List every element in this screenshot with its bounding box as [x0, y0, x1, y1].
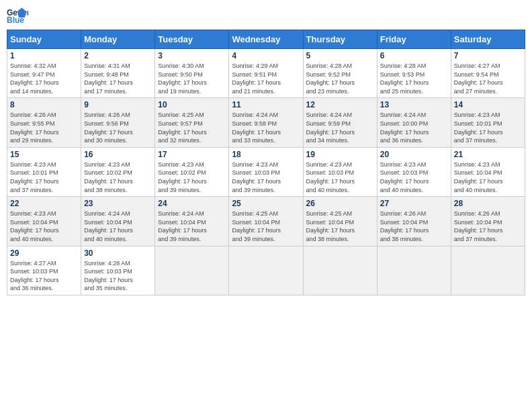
day-of-week-header: Monday — [81, 30, 155, 49]
calendar-day-cell: 15 Sunrise: 4:23 AM Sunset: 10:01 PM Day… — [7, 147, 81, 196]
day-info: Sunrise: 4:26 AM Sunset: 10:04 PM Daylig… — [454, 210, 503, 242]
day-of-week-header: Friday — [377, 30, 451, 49]
logo: General Blue — [7, 7, 28, 26]
day-number: 14 — [454, 100, 522, 109]
day-number: 17 — [158, 150, 226, 159]
day-info: Sunrise: 4:24 AM Sunset: 10:04 PM Daylig… — [158, 210, 207, 242]
calendar-day-cell: 2 Sunrise: 4:31 AM Sunset: 9:48 PM Dayli… — [81, 49, 155, 98]
day-info: Sunrise: 4:28 AM Sunset: 9:53 PM Dayligh… — [380, 62, 429, 95]
calendar-day-cell: 28 Sunrise: 4:26 AM Sunset: 10:04 PM Day… — [451, 197, 525, 246]
calendar-body: 1 Sunrise: 4:32 AM Sunset: 9:47 PM Dayli… — [7, 49, 525, 295]
empty-cell — [229, 246, 303, 295]
calendar-day-cell: 9 Sunrise: 4:26 AM Sunset: 9:56 PM Dayli… — [81, 98, 155, 147]
calendar-day-cell: 25 Sunrise: 4:25 AM Sunset: 10:04 PM Day… — [229, 197, 303, 246]
day-info: Sunrise: 4:32 AM Sunset: 9:47 PM Dayligh… — [10, 62, 59, 95]
day-info: Sunrise: 4:29 AM Sunset: 9:51 PM Dayligh… — [232, 62, 281, 95]
calendar-day-cell: 16 Sunrise: 4:23 AM Sunset: 10:02 PM Day… — [81, 147, 155, 196]
day-number: 20 — [380, 150, 448, 159]
day-number: 22 — [10, 199, 78, 208]
day-number: 2 — [84, 51, 152, 60]
calendar-day-cell: 22 Sunrise: 4:23 AM Sunset: 10:04 PM Day… — [7, 197, 81, 246]
empty-cell — [303, 246, 377, 295]
day-number: 13 — [380, 100, 448, 109]
day-info: Sunrise: 4:26 AM Sunset: 9:55 PM Dayligh… — [10, 111, 59, 144]
day-of-week-header: Saturday — [451, 30, 525, 49]
calendar-day-cell: 3 Sunrise: 4:30 AM Sunset: 9:50 PM Dayli… — [155, 49, 229, 98]
day-info: Sunrise: 4:24 AM Sunset: 10:00 PM Daylig… — [380, 111, 429, 144]
calendar-day-cell: 26 Sunrise: 4:25 AM Sunset: 10:04 PM Day… — [303, 197, 377, 246]
day-number: 10 — [158, 100, 226, 109]
day-of-week-header: Tuesday — [155, 30, 229, 49]
calendar-day-cell: 21 Sunrise: 4:23 AM Sunset: 10:04 PM Day… — [451, 147, 525, 196]
day-number: 1 — [10, 51, 78, 60]
day-info: Sunrise: 4:23 AM Sunset: 10:01 PM Daylig… — [10, 161, 59, 193]
day-info: Sunrise: 4:26 AM Sunset: 10:04 PM Daylig… — [380, 210, 429, 242]
day-number: 12 — [306, 100, 374, 109]
empty-cell — [451, 246, 525, 295]
day-info: Sunrise: 4:25 AM Sunset: 10:04 PM Daylig… — [232, 210, 281, 242]
day-number: 7 — [454, 51, 522, 60]
day-info: Sunrise: 4:24 AM Sunset: 10:04 PM Daylig… — [84, 210, 133, 242]
day-info: Sunrise: 4:30 AM Sunset: 9:50 PM Dayligh… — [158, 62, 207, 95]
calendar-day-cell: 17 Sunrise: 4:23 AM Sunset: 10:02 PM Day… — [155, 147, 229, 196]
calendar-day-cell: 8 Sunrise: 4:26 AM Sunset: 9:55 PM Dayli… — [7, 98, 81, 147]
day-number: 26 — [306, 199, 374, 208]
day-number: 18 — [232, 150, 300, 159]
calendar-header-row: SundayMondayTuesdayWednesdayThursdayFrid… — [7, 30, 525, 49]
empty-cell — [155, 246, 229, 295]
day-info: Sunrise: 4:27 AM Sunset: 10:03 PM Daylig… — [10, 260, 59, 292]
day-number: 27 — [380, 199, 448, 208]
day-of-week-header: Thursday — [303, 30, 377, 49]
day-number: 15 — [10, 150, 78, 159]
day-number: 29 — [10, 248, 78, 258]
day-number: 4 — [232, 51, 300, 60]
day-number: 16 — [84, 150, 152, 159]
day-number: 21 — [454, 150, 522, 159]
day-info: Sunrise: 4:25 AM Sunset: 9:57 PM Dayligh… — [158, 111, 207, 144]
day-number: 28 — [454, 199, 522, 208]
day-info: Sunrise: 4:23 AM Sunset: 10:04 PM Daylig… — [10, 210, 59, 242]
page-header: General Blue — [7, 7, 525, 26]
day-number: 24 — [158, 199, 226, 208]
empty-cell — [377, 246, 451, 295]
day-info: Sunrise: 4:31 AM Sunset: 9:48 PM Dayligh… — [84, 62, 133, 95]
day-number: 30 — [84, 248, 152, 258]
day-info: Sunrise: 4:28 AM Sunset: 10:03 PM Daylig… — [84, 260, 133, 292]
day-number: 3 — [158, 51, 226, 60]
calendar-day-cell: 13 Sunrise: 4:24 AM Sunset: 10:00 PM Day… — [377, 98, 451, 147]
calendar-day-cell: 10 Sunrise: 4:25 AM Sunset: 9:57 PM Dayl… — [155, 98, 229, 147]
calendar-week-row: 15 Sunrise: 4:23 AM Sunset: 10:01 PM Day… — [7, 147, 525, 196]
day-info: Sunrise: 4:23 AM Sunset: 10:03 PM Daylig… — [232, 161, 281, 193]
calendar-day-cell: 27 Sunrise: 4:26 AM Sunset: 10:04 PM Day… — [377, 197, 451, 246]
calendar-week-row: 22 Sunrise: 4:23 AM Sunset: 10:04 PM Day… — [7, 197, 525, 246]
calendar-day-cell: 5 Sunrise: 4:28 AM Sunset: 9:52 PM Dayli… — [303, 49, 377, 98]
calendar-day-cell: 29 Sunrise: 4:27 AM Sunset: 10:03 PM Day… — [7, 246, 81, 295]
day-info: Sunrise: 4:23 AM Sunset: 10:01 PM Daylig… — [454, 111, 503, 144]
day-info: Sunrise: 4:23 AM Sunset: 10:03 PM Daylig… — [380, 161, 429, 193]
day-info: Sunrise: 4:27 AM Sunset: 9:54 PM Dayligh… — [454, 62, 503, 95]
calendar-day-cell: 7 Sunrise: 4:27 AM Sunset: 9:54 PM Dayli… — [451, 49, 525, 98]
day-info: Sunrise: 4:24 AM Sunset: 9:59 PM Dayligh… — [306, 111, 355, 144]
day-info: Sunrise: 4:23 AM Sunset: 10:02 PM Daylig… — [84, 161, 133, 193]
day-info: Sunrise: 4:28 AM Sunset: 9:52 PM Dayligh… — [306, 62, 355, 95]
day-number: 9 — [84, 100, 152, 109]
day-info: Sunrise: 4:26 AM Sunset: 9:56 PM Dayligh… — [84, 111, 133, 144]
day-of-week-header: Sunday — [7, 30, 81, 49]
calendar-day-cell: 24 Sunrise: 4:24 AM Sunset: 10:04 PM Day… — [155, 197, 229, 246]
calendar-day-cell: 23 Sunrise: 4:24 AM Sunset: 10:04 PM Day… — [81, 197, 155, 246]
calendar-day-cell: 18 Sunrise: 4:23 AM Sunset: 10:03 PM Day… — [229, 147, 303, 196]
day-of-week-header: Wednesday — [229, 30, 303, 49]
calendar-day-cell: 19 Sunrise: 4:23 AM Sunset: 10:03 PM Day… — [303, 147, 377, 196]
calendar-day-cell: 11 Sunrise: 4:24 AM Sunset: 9:58 PM Dayl… — [229, 98, 303, 147]
calendar-day-cell: 4 Sunrise: 4:29 AM Sunset: 9:51 PM Dayli… — [229, 49, 303, 98]
calendar-day-cell: 14 Sunrise: 4:23 AM Sunset: 10:01 PM Day… — [451, 98, 525, 147]
day-info: Sunrise: 4:23 AM Sunset: 10:03 PM Daylig… — [306, 161, 355, 193]
calendar-day-cell: 1 Sunrise: 4:32 AM Sunset: 9:47 PM Dayli… — [7, 49, 81, 98]
day-info: Sunrise: 4:25 AM Sunset: 10:04 PM Daylig… — [306, 210, 355, 242]
calendar-week-row: 1 Sunrise: 4:32 AM Sunset: 9:47 PM Dayli… — [7, 49, 525, 98]
day-number: 6 — [380, 51, 448, 60]
day-number: 25 — [232, 199, 300, 208]
calendar-day-cell: 6 Sunrise: 4:28 AM Sunset: 9:53 PM Dayli… — [377, 49, 451, 98]
day-number: 5 — [306, 51, 374, 60]
day-number: 23 — [84, 199, 152, 208]
